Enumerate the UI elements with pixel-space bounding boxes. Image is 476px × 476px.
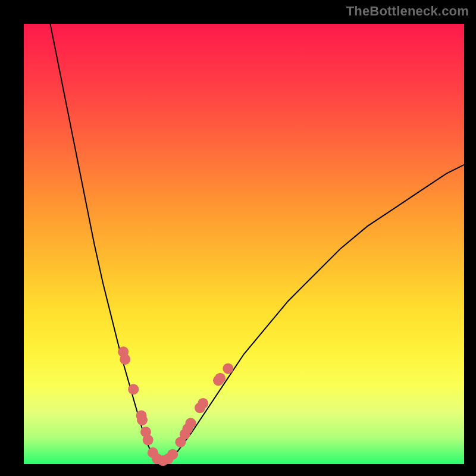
curve-left-branch [50,24,156,460]
watermark-text: TheBottleneck.com [346,4,469,19]
highlight-dot [198,398,208,409]
highlight-dot [120,354,130,365]
chart-frame: TheBottleneck.com [0,0,476,476]
highlight-dot [137,415,148,425]
plot-area [24,24,464,464]
highlight-dot [128,384,139,394]
highlight-dot [167,449,178,460]
highlight-dot [185,418,196,428]
highlight-dot [143,434,154,445]
curve-right-branch [169,165,464,460]
highlight-dot [215,373,226,384]
highlight-dot [223,363,233,374]
chart-svg [24,24,464,464]
